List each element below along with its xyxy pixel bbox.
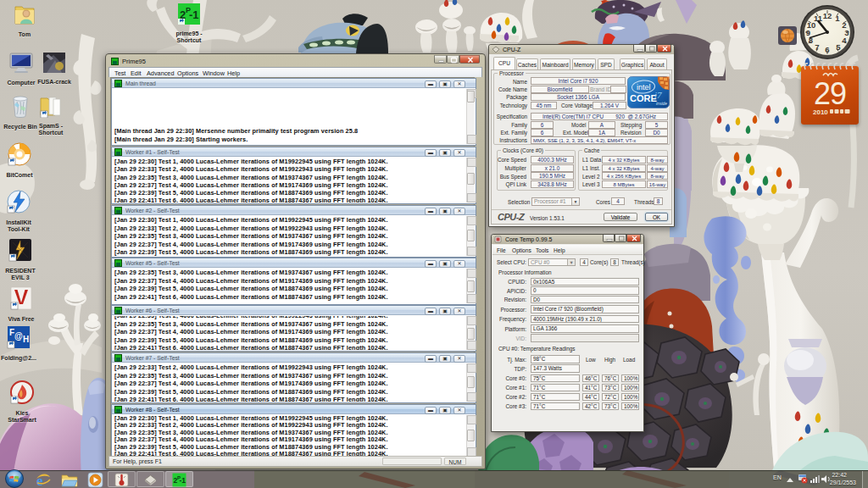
svg-text:1: 1 — [835, 14, 840, 23]
svg-text:5: 5 — [836, 42, 841, 52]
svg-text:7: 7 — [815, 42, 819, 52]
svg-text:CORE: CORE — [630, 93, 657, 103]
svg-text:-1: -1 — [180, 476, 186, 485]
svg-text:4: 4 — [842, 36, 847, 45]
svg-text:i7: i7 — [654, 90, 662, 100]
svg-text:inside: inside — [656, 101, 667, 106]
svg-text:-1: -1 — [189, 8, 199, 21]
svg-text:intel: intel — [637, 83, 651, 92]
svg-text:6: 6 — [825, 45, 829, 54]
svg-text:H: H — [23, 335, 29, 344]
svg-text:@: @ — [14, 331, 23, 341]
svg-text:12: 12 — [823, 11, 832, 20]
